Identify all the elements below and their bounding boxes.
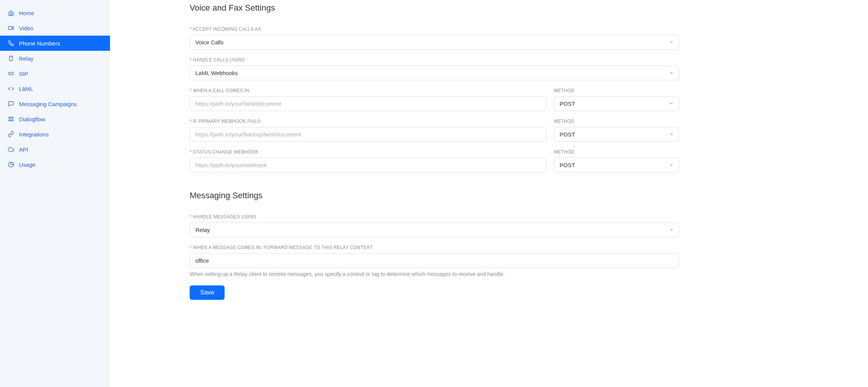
sip-icon xyxy=(8,70,14,77)
voice-section-title: Voice and Fax Settings xyxy=(190,3,679,13)
handle-messages-label: * HANDLE MESSAGES USING xyxy=(190,214,679,219)
svg-point-12 xyxy=(12,120,13,121)
relay-context-label: * WHEN A MESSAGE COMES IN, FORWARD MESSA… xyxy=(190,245,679,250)
code-icon xyxy=(8,85,14,92)
sidebar-item-label: Dialogflow xyxy=(19,116,45,122)
sidebar-item-label: Messaging Campaigns xyxy=(19,101,77,107)
chart-icon xyxy=(8,161,14,168)
svg-point-8 xyxy=(11,117,12,118)
relay-icon xyxy=(8,55,14,62)
sidebar-item-home[interactable]: Home xyxy=(0,5,110,20)
sidebar-item-messaging-campaigns[interactable]: Messaging Campaigns xyxy=(0,96,110,111)
sidebar-item-label: Video xyxy=(19,25,33,31)
status-change-label: * STATUS CHANGE WEBHOOK: xyxy=(190,149,546,155)
svg-point-10 xyxy=(9,120,10,121)
method-label: METHOD xyxy=(554,119,679,124)
accept-calls-select-wrap: Voice Calls xyxy=(190,35,679,50)
handle-calls-select-wrap: LaML Webhooks xyxy=(190,66,679,80)
sidebar-item-label: LāML xyxy=(19,86,33,92)
sidebar: Home Video Phone Numbers Relay SIP LāML xyxy=(0,0,110,387)
sidebar-item-label: Phone Numbers xyxy=(19,40,60,47)
save-button[interactable]: Save xyxy=(190,285,225,300)
when-call-method-select[interactable]: POST xyxy=(554,96,679,111)
sidebar-item-api[interactable]: API xyxy=(0,142,110,157)
sidebar-item-label: Relay xyxy=(19,55,33,62)
primary-fail-input[interactable] xyxy=(190,127,546,142)
dialogflow-icon xyxy=(8,116,14,122)
messaging-section-title: Messaging Settings xyxy=(190,191,679,201)
primary-fail-label: * IF PRIMARY WEBHOOK FAILS: xyxy=(190,119,546,124)
svg-point-9 xyxy=(12,117,13,118)
when-call-input[interactable] xyxy=(190,96,546,111)
sidebar-item-laml[interactable]: LāML xyxy=(0,81,110,96)
relay-context-help: When setting up a Relay client to receiv… xyxy=(190,271,679,277)
main-content: Voice and Fax Settings * ACCEPT INCOMING… xyxy=(110,0,694,387)
primary-fail-method-select[interactable]: POST xyxy=(554,127,679,142)
phone-icon xyxy=(8,40,14,47)
sidebar-item-phone-numbers[interactable]: Phone Numbers xyxy=(0,36,110,51)
home-icon xyxy=(8,9,14,16)
relay-context-input[interactable] xyxy=(190,253,679,268)
handle-messages-select[interactable]: Relay xyxy=(190,222,679,237)
sidebar-item-usage[interactable]: Usage xyxy=(0,157,110,172)
sidebar-item-label: API xyxy=(19,146,28,153)
accept-calls-select[interactable]: Voice Calls xyxy=(190,35,679,50)
accept-calls-label: * ACCEPT INCOMING CALLS AS xyxy=(190,27,679,32)
sidebar-item-label: Usage xyxy=(19,161,35,168)
handle-calls-label: * HANDLE CALLS USING xyxy=(190,57,679,63)
svg-rect-1 xyxy=(9,56,13,61)
method-label: METHOD xyxy=(554,149,679,155)
method-label: METHOD xyxy=(554,88,679,93)
svg-point-7 xyxy=(9,117,10,118)
cloud-icon xyxy=(8,146,14,153)
link-icon xyxy=(8,131,14,138)
sidebar-item-relay[interactable]: Relay xyxy=(0,51,110,66)
sidebar-item-integrations[interactable]: Integrations xyxy=(0,127,110,142)
message-icon xyxy=(8,100,14,107)
sidebar-item-label: SIP xyxy=(19,71,28,77)
sidebar-item-video[interactable]: Video xyxy=(0,20,110,36)
sidebar-item-sip[interactable]: SIP xyxy=(0,66,110,81)
when-call-label: * WHEN A CALL COMES IN: xyxy=(190,88,546,93)
sidebar-item-label: Integrations xyxy=(19,131,49,138)
status-change-input[interactable] xyxy=(190,158,546,172)
svg-rect-0 xyxy=(8,27,12,30)
sidebar-item-label: Home xyxy=(19,10,34,16)
handle-calls-select[interactable]: LaML Webhooks xyxy=(190,66,679,80)
sidebar-item-dialogflow[interactable]: Dialogflow xyxy=(0,111,110,127)
video-icon xyxy=(8,25,14,31)
status-change-method-select[interactable]: POST xyxy=(554,158,679,172)
handle-messages-select-wrap: Relay xyxy=(190,222,679,237)
svg-point-11 xyxy=(11,120,12,121)
